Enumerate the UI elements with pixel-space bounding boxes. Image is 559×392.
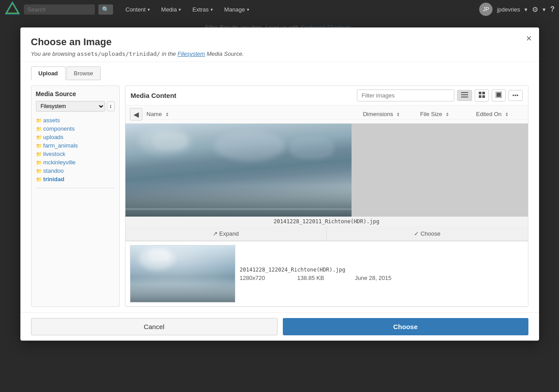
choose-inline-button[interactable]: ✓ Choose [327,227,528,241]
view-grid-button[interactable] [475,89,489,101]
edited-on-sort-icon: ⇕ [505,112,508,117]
choose-button[interactable]: Choose [283,318,528,335]
topbar-search-button[interactable]: 🔍 [98,4,113,15]
image-caption-0: 20141228_122011_Richtone(HDR).jpg [125,217,528,227]
folder-livestock[interactable]: livestock [36,150,115,158]
topbar-nav: Content Media Extras Manage [120,4,254,16]
subtitle-suffix: Media Source. [207,50,244,57]
tab-browse[interactable]: Browse [66,66,101,80]
image-row-meta-1: 1280x720 138.85 KB June 28, 2015 [240,275,524,281]
svg-marker-0 [6,3,19,13]
image-caption-1: 20141228_122024_Richtone(HDR).jpg [240,267,524,273]
name-sort-icon: ⇕ [165,112,169,117]
image-dimensions-1: 1280x720 [240,275,284,281]
image-list: 20141228_122011_Richtone(HDR).jpg ↗ Expa… [125,124,528,307]
folder-standoo[interactable]: standoo [36,167,115,175]
image-edited-on-1: June 28, 2015 [355,275,413,281]
image-item-0: 20141228_122011_Richtone(HDR).jpg ↗ Expa… [125,124,528,241]
svg-rect-8 [482,95,485,98]
view-more-button[interactable]: ••• [508,90,523,101]
image-preview-large [125,124,528,217]
media-content-title: Media Content [131,92,176,99]
modal-title: Choose an Image [31,36,528,48]
username[interactable]: jpdevries [497,6,520,13]
folder-icon [36,151,43,157]
expand-button[interactable]: ↗ Expand [125,227,327,241]
modal-subtitle: You are browsing assets/uploads/trinidad… [31,50,528,57]
view-large-button[interactable] [492,89,506,101]
tab-upload[interactable]: Upload [31,66,66,80]
image-item-1: 20141228_122024_Richtone(HDR).jpg 1280x7… [125,241,528,307]
svg-rect-3 [461,94,468,95]
col-header-dimensions[interactable]: Dimensions ⇕ [355,111,408,117]
image-file-size-1: 138.85 KB [297,275,342,281]
media-toolbar: ••• [357,89,523,101]
folder-icon [36,142,43,149]
column-headers: Name ⇕ Dimensions ⇕ File Size ⇕ Edited [147,109,528,120]
modal-body: Media Source Filesystem ↕ assets compone… [20,80,539,312]
modal-close-button[interactable]: × [526,34,532,43]
image-thumb-1 [130,245,235,303]
cancel-button[interactable]: Cancel [31,318,278,335]
folder-assets[interactable]: assets [36,116,115,124]
image-actions-0: ↗ Expand ✓ Choose [125,227,528,241]
folder-icon [36,167,43,174]
folder-components[interactable]: components [36,124,115,133]
gear-button[interactable]: ⚙ [532,5,538,14]
folder-mckinleyville[interactable]: mckinleyville [36,158,115,167]
chevron-down-icon: ▾ [524,6,528,13]
sidebar-select-wrapper: Filesystem ↕ [36,101,115,112]
folder-icon [36,125,43,132]
file-size-sort-icon: ⇕ [446,112,449,117]
modal-tabs: Upload Browse [20,62,539,80]
folder-tree: assets components uploads farm_animals l… [36,116,115,183]
media-main: Media Content [125,85,528,307]
list-header-row: ◀ Name ⇕ Dimensions ⇕ File Size ⇕ [125,105,528,124]
folder-icon [36,117,43,124]
svg-rect-6 [482,92,485,94]
modal-header: Choose an Image You are browsing assets/… [20,27,539,62]
dimensions-sort-icon: ⇕ [396,112,400,117]
topbar-right: JP jpdevries ▾ ⚙ ▾ ? [479,3,555,16]
svg-rect-5 [479,92,481,94]
svg-rect-4 [461,97,468,97]
user-avatar: JP [479,3,493,16]
modal-footer: Cancel Choose [20,312,539,341]
view-list-button[interactable] [457,90,472,101]
media-source-select[interactable]: Filesystem [36,101,105,112]
svg-rect-7 [479,95,481,98]
chevron-down-icon-2: ▾ [543,6,546,13]
svg-rect-10 [496,93,501,97]
subtitle-source-link[interactable]: Filesystem [177,50,205,57]
sidebar-divider [36,188,115,188]
topbar: 🔍 Content Media Extras Manage JP jpdevri… [0,0,559,19]
logo[interactable] [4,1,20,18]
nav-extras[interactable]: Extras [187,4,218,16]
folder-uploads[interactable]: uploads [36,133,115,141]
subtitle-middle: in the [162,50,177,57]
col-header-name[interactable]: Name ⇕ [147,111,355,117]
media-main-header: Media Content [125,86,528,105]
subtitle-path: assets/uploads/trinidad/ [77,50,160,57]
modal-dialog: Choose an Image You are browsing assets/… [20,27,539,341]
topbar-search-input[interactable] [24,4,95,15]
media-sidebar: Media Source Filesystem ↕ assets compone… [31,85,120,307]
folder-icon [36,176,43,182]
nav-content[interactable]: Content [120,4,155,16]
nav-media[interactable]: Media [156,4,186,16]
beach-thumb [130,245,235,302]
folder-trinidad[interactable]: trinidad [36,175,115,183]
col-header-file-size[interactable]: File Size ⇕ [408,111,461,117]
col-header-edited-on[interactable]: Edited On ⇕ [461,111,524,117]
subtitle-prefix: You are browsing [31,50,75,57]
modal-overlay: Choose an Image You are browsing assets/… [0,19,559,392]
sort-button[interactable]: ↕ [107,101,115,111]
svg-rect-2 [461,92,468,93]
back-button[interactable]: ◀ [130,108,142,120]
filter-images-input[interactable] [357,89,454,101]
help-button[interactable]: ? [550,5,555,13]
folder-icon [36,134,43,140]
folder-farm-animals[interactable]: farm_animals [36,141,115,150]
folder-icon [36,159,43,166]
nav-manage[interactable]: Manage [219,4,254,16]
